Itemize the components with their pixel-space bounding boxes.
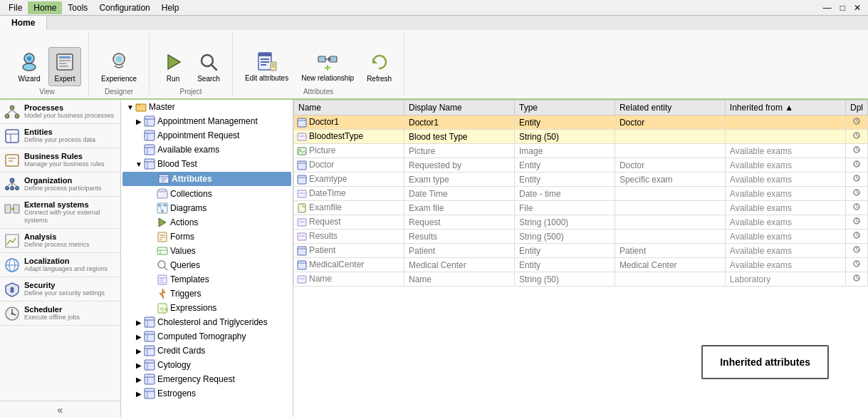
tree-node-available-exams[interactable]: Available exams [121,143,293,157]
menu-item-configuration[interactable]: Configuration [93,1,155,14]
cell-dpl [845,215,867,230]
svg-line-178 [857,278,859,279]
ribbon-group-designer: Experience Designer [89,33,150,96]
nav-business-rules[interactable]: Business Rules Manage your business rule… [0,148,120,173]
table-row[interactable]: PicturePictureImageAvailable exams [294,144,868,158]
tree-node-emergency-request[interactable]: ▶ Emergency Request [121,372,293,386]
edit-attributes-button[interactable]: Edit attributes [240,46,293,86]
table-row[interactable]: BloodtestTypeBlood test TypeString (50) [294,130,868,144]
bt-expander[interactable]: ▼ [134,160,144,168]
svg-rect-7 [59,66,68,67]
nav-localization[interactable]: Localization Adapt languages and regions [0,253,120,277]
cc-expander[interactable]: ▶ [134,347,144,355]
nav-organization[interactable]: Organization Define process participants [0,173,120,197]
am-label: Appointment Management [157,116,258,126]
cell-related-entity [615,215,725,230]
cell-inherited-from: Available exams [725,201,845,215]
tree-node-blood-test[interactable]: ▼ Blood Test [121,157,293,171]
triggers-label: Triggers [170,289,202,299]
window-close[interactable]: ✕ [849,1,865,14]
est-expander[interactable]: ▶ [134,390,144,398]
nav-security[interactable]: Security Define your security settings [0,277,120,302]
table-row[interactable]: ExamtypeExam typeEntitySpecific examAvai… [294,173,868,187]
table-row[interactable]: DoctorRequested byEntityDoctorAvailable … [294,158,868,173]
tree-node-triggers[interactable]: Triggers [121,287,293,301]
table-row[interactable]: ExamfileExam fileFileAvailable exams [294,201,868,215]
svg-marker-99 [160,289,165,299]
expert-button[interactable]: Expert [48,47,81,86]
window-minimize[interactable]: — [819,1,836,14]
cell-related-entity [615,187,725,201]
tree-node-forms[interactable]: Forms [121,230,293,244]
cell-type: String (500) [514,230,615,244]
cell-dpl [845,173,867,187]
nav-scheduler[interactable]: Scheduler Execute offline jobs [0,302,120,326]
run-button[interactable]: Run [157,47,189,86]
nav-processes[interactable]: Processes Model your business processes [0,100,120,124]
table-row[interactable]: NameNameString (50)Laboratory [294,272,868,287]
tree-node-attributes[interactable]: Attributes [122,172,291,186]
svg-line-124 [857,121,859,123]
ct-expander[interactable]: ▶ [134,333,144,341]
tree-node-cholesterol[interactable]: ▶ Cholesterol and Triglycerides [121,315,293,329]
processes-icon [4,104,20,120]
menu-item-tools[interactable]: Tools [62,1,93,14]
am-expander[interactable]: ▶ [134,118,144,125]
nav-analysis[interactable]: Analysis Define process metrics [0,229,120,253]
table-row[interactable]: ResultsResultsString (500)Available exam… [294,230,868,244]
menu-item-home[interactable]: Home [28,1,62,14]
svg-marker-10 [168,55,180,69]
tree-node-appointment-management[interactable]: ▶ Appointment Management [121,114,293,128]
menu-item-help[interactable]: Help [156,1,185,14]
svg-rect-17 [261,64,266,66]
svg-line-158 [857,221,859,222]
svg-line-173 [857,264,859,265]
attributes-group-label: Attributes [303,86,333,96]
tree-node-values[interactable]: Values [121,244,293,258]
table-row[interactable]: MedicalCenterMedical CenterEntityMedical… [294,258,868,272]
ribbon-tab-home[interactable]: Home [0,16,47,30]
table-row[interactable]: RequestRequestString (1000)Available exa… [294,215,868,230]
tree-node-diagrams[interactable]: Diagrams [121,201,293,215]
tree-node-credit-cards[interactable]: ▶ Credit Cards [121,344,293,358]
table-row[interactable]: PatientPatientEntityPatientAvailable exa… [294,244,868,258]
search-button[interactable]: Search [192,47,225,86]
refresh-button[interactable]: Refresh [362,47,397,86]
nav-external-systems[interactable]: External systems Connect with your exter… [0,197,120,229]
tree-node-collections[interactable]: Collections [121,187,293,201]
er-expander[interactable]: ▶ [134,376,144,383]
tree-node-expressions[interactable]: f(x) Expressions [121,301,293,315]
window-maximize[interactable]: □ [836,1,849,14]
menu-item-file[interactable]: File [3,1,28,14]
cell-name: DateTime [294,187,404,201]
queries-label: Queries [170,260,200,270]
nav-entities[interactable]: Entities Define your process data [0,124,120,148]
master-expander[interactable]: ▼ [125,103,135,111]
tree-node-cytology[interactable]: ▶ Cytology [121,358,293,372]
cell-name: Picture [294,144,404,158]
tree-node-master[interactable]: ▼ Master [121,100,293,114]
svg-rect-140 [298,175,306,184]
chol-expander[interactable]: ▶ [134,319,144,326]
svg-line-134 [857,150,859,151]
svg-rect-67 [145,145,155,155]
tree-node-estrogens[interactable]: ▶ Estrogens [121,386,293,401]
new-relationship-button[interactable]: New relationship [296,46,359,86]
wizard-button[interactable]: Wizard [13,47,46,86]
cy-expander[interactable]: ▶ [134,361,144,369]
tree-node-appointment-request[interactable]: Appointment Request [121,128,293,143]
table-row[interactable]: DateTimeDate TimeDate - timeAvailable ex… [294,187,868,201]
cell-type: Date - time [514,187,615,201]
cell-name: BloodtestType [294,130,404,144]
tree-node-computed-tomography[interactable]: ▶ Computed Tomography [121,329,293,344]
tree-node-templates[interactable]: Templates [121,272,293,287]
nav-collapse-btn[interactable]: « [0,401,120,417]
tree-node-queries[interactable]: Queries [121,258,293,272]
cell-name: Examtype [294,173,404,187]
cytology-label: Cytology [157,360,191,370]
cc-label: Credit Cards [157,346,205,356]
table-row[interactable]: Doctor1Doctor1EntityDoctor [294,115,868,130]
run-icon [162,51,184,73]
experience-button[interactable]: Experience [96,47,142,86]
tree-node-actions[interactable]: Actions [121,215,293,230]
